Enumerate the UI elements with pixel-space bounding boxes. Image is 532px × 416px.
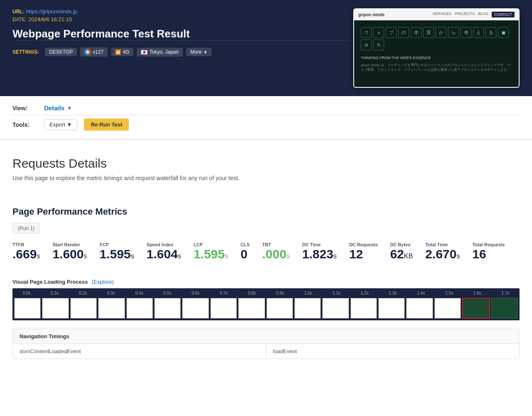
char-2: ェ	[373, 27, 384, 38]
timeline-tick: 0.2s	[69, 291, 97, 295]
timeline-tick: 0.6s	[182, 291, 210, 295]
metric-item-start-render: Start Render 1.600s	[52, 242, 87, 260]
filmstrip-frame	[238, 298, 265, 319]
section-desc: Use this page to explore the metric timi…	[12, 175, 520, 181]
metric-value: 1.600s	[52, 248, 87, 260]
metric-label: DC Requests	[349, 242, 377, 247]
timeline-tick: 1.5s	[435, 291, 463, 295]
metric-label: DC Bytes	[390, 242, 413, 247]
preview-nav-contact: CONTACT	[492, 12, 515, 17]
timeline-tick: 0.4s	[125, 291, 153, 295]
metric-label: Total Time	[425, 242, 460, 247]
metric-label: Total Requests	[472, 242, 505, 247]
timeline-tick: 1.3s	[379, 291, 407, 295]
export-label: Export	[49, 121, 65, 128]
date-line: DATE: 2024/8/6 16:21:10	[12, 16, 353, 22]
chevron-down-icon: ▼	[203, 50, 207, 54]
nav-table: Navigation Timings domContentLoadedEvent…	[12, 329, 520, 359]
metric-value: 1.604s	[147, 248, 181, 260]
metric-value: 1.595s	[99, 248, 134, 260]
filmstrip-frames	[12, 296, 520, 320]
explore-link[interactable]: (Explore)	[92, 279, 114, 285]
tools-row: Tools: Export ▼ Re-Run Test	[12, 115, 520, 134]
chrome-icon	[84, 49, 91, 55]
main-content: Requests Details Use this page to explor…	[0, 140, 532, 206]
header-info: URL: https://griponminds.jp DATE: 2024/8…	[12, 8, 353, 57]
metric-item-lcp: LCP 1.595s	[194, 242, 228, 260]
char-11: る	[485, 27, 496, 38]
metric-label: CLS	[241, 242, 250, 247]
signal-icon: 📶	[115, 50, 121, 55]
visual-title: Visual Page Loading Process (Explore)	[12, 279, 520, 285]
metric-label: Speed Index	[147, 242, 181, 247]
timeline-tick: 1.7s	[491, 291, 520, 295]
metrics-row: TTFB .669s Start Render 1.600s FCP 1.595…	[12, 242, 520, 260]
filmstrip-frame	[378, 298, 405, 319]
char-12: ◼	[498, 27, 509, 38]
metric-value: 2.670s	[425, 248, 460, 260]
url-link[interactable]: https://griponminds.jp	[26, 8, 77, 15]
char-7: か	[436, 27, 446, 38]
timeline-tick: 0.9s	[266, 291, 294, 295]
date-label: DATE:	[12, 17, 27, 22]
filmstrip-frame	[14, 298, 41, 319]
nav-table-header: Navigation Timings	[13, 329, 519, 344]
filmstrip-frame	[406, 298, 433, 319]
date-value: 2024/8/6 16:21:10	[28, 16, 72, 22]
char-5: 本	[411, 27, 421, 38]
filmstrip-timeline: 0.0s0.1s0.2s0.3s0.4s0.5s0.6s0.7s0.8s0.9s…	[12, 288, 520, 296]
metric-value: 62KB	[390, 248, 413, 260]
filmstrip-frame	[266, 298, 293, 319]
timeline-tick: 1.4s	[407, 291, 435, 295]
char-3: ブ	[386, 27, 397, 38]
nav-col2: loadEvent	[266, 344, 520, 359]
metrics-section: Page Performance Metrics (Run 1) TTFB .6…	[0, 206, 532, 279]
filmstrip-frame	[491, 298, 518, 319]
view-value: Details	[44, 104, 64, 111]
page-title: Webpage Performance Test Result	[12, 27, 353, 40]
website-preview: gripon minds SERVICES PROJECTS BLOG CONT…	[353, 8, 520, 88]
browser-tag: v127	[80, 47, 108, 57]
metric-label: LCP	[194, 242, 228, 247]
rerun-button[interactable]: Re-Run Test	[84, 119, 129, 131]
metric-item-fcp: FCP 1.595s	[99, 242, 134, 260]
preview-nav-services: SERVICES	[433, 12, 451, 17]
preview-description: gripon minds は、コーディングを専門とするフリーランスのプロジェクト…	[361, 63, 512, 72]
timeline-tick: 1.0s	[294, 291, 323, 295]
metric-item-total-time: Total Time 2.670s	[425, 242, 460, 260]
view-dropdown[interactable]: Details ▼	[44, 104, 72, 111]
section-title: Requests Details	[12, 156, 520, 171]
filmstrip-frame	[42, 298, 69, 319]
timeline-tick: 0.8s	[238, 291, 266, 295]
dropdown-arrow-icon: ▼	[67, 105, 72, 111]
char-4: の	[398, 27, 409, 38]
settings-bar: SETTINGS: DESKTOP v127 📶 4G 🇯🇵 Tokyo, Ja…	[12, 40, 353, 57]
export-button[interactable]: Export ▼	[44, 119, 77, 130]
metric-value: 16	[472, 248, 505, 260]
more-button[interactable]: More ▼	[186, 48, 212, 56]
timeline-tick: 0.5s	[153, 291, 182, 295]
timeline-tick: 1.6s	[463, 291, 492, 295]
metric-label: TTFB	[12, 242, 40, 247]
filmstrip-frame	[434, 298, 461, 319]
filmstrip-frame	[294, 298, 321, 319]
metrics-title: Page Performance Metrics	[12, 206, 520, 217]
run-label: (Run 1)	[12, 223, 40, 234]
metric-label: DC Time	[302, 242, 337, 247]
export-chevron-icon: ▼	[67, 121, 72, 128]
char-14: ↻	[373, 40, 384, 50]
filmstrip-frame	[70, 298, 97, 319]
japan-flag-icon: 🇯🇵	[141, 49, 148, 55]
rerun-label: Re-Run Test	[91, 121, 122, 128]
visual-section: Visual Page Loading Process (Explore) 0.…	[0, 279, 532, 329]
location-tag: 🇯🇵 Tokyo, Japan	[137, 48, 183, 57]
filmstrip-frame	[154, 298, 181, 319]
network-tag: 📶 4G	[111, 48, 133, 56]
timeline-tick: 0.0s	[12, 291, 41, 295]
preview-chars: ウ ェ ブ の 本 質 か ら 考 え る ◼ ⊘ ↻	[361, 27, 512, 50]
filmstrip-frame	[322, 298, 349, 319]
filmstrip-frame	[462, 298, 490, 319]
metric-value: 0	[241, 248, 250, 260]
nav-table-row: domContentLoadedEvent loadEvent	[13, 344, 519, 359]
metric-value: .000s	[262, 248, 290, 260]
